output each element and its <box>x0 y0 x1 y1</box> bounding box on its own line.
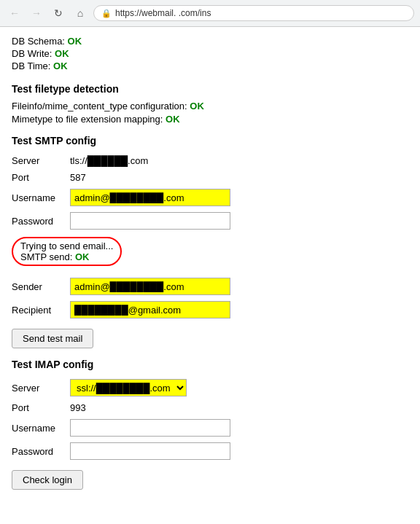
smtp-server-value: tls://██████.com <box>70 155 148 166</box>
db-schema-label: DB Schema: <box>12 36 65 47</box>
db-write-status: DB Write: OK <box>12 48 408 59</box>
smtp-status-line1: Trying to send email... <box>20 241 113 251</box>
smtp-sender-input[interactable] <box>70 278 230 295</box>
smtp-recipient-input[interactable] <box>70 301 230 318</box>
smtp-section-title: Test SMTP config <box>12 135 408 146</box>
db-time-value: OK <box>53 60 68 71</box>
imap-port-label: Port <box>12 399 70 416</box>
smtp-send-value: OK <box>75 251 90 262</box>
db-schema-status: DB Schema: OK <box>12 36 408 47</box>
imap-password-row: Password <box>12 439 408 463</box>
db-time-label: DB Time: <box>12 60 50 71</box>
db-time-status: DB Time: OK <box>12 60 408 71</box>
check-login-button[interactable]: Check login <box>12 470 83 490</box>
smtp-port-row: Port 587 <box>12 169 408 186</box>
imap-port-value: 993 <box>70 402 86 413</box>
forward-button[interactable]: → <box>28 4 45 22</box>
smtp-port-value: 587 <box>70 172 86 183</box>
filetype-line1-label: Fileinfo/mime_content_type configuration… <box>12 101 187 112</box>
filetype-line2-label: Mimetype to file extension mapping: <box>12 114 163 125</box>
filetype-section-title: Test filetype detection <box>12 83 408 95</box>
filetype-line2: Mimetype to file extension mapping: OK <box>12 114 408 125</box>
smtp-password-input[interactable] <box>70 212 230 230</box>
filetype-line1: Fileinfo/mime_content_type configuration… <box>12 101 408 112</box>
smtp-recipient-label: Recipient <box>12 298 70 321</box>
smtp-password-label: Password <box>12 209 70 232</box>
smtp-sender-form: Sender Recipient <box>12 275 408 321</box>
smtp-sender-row: Sender <box>12 275 408 298</box>
smtp-status-line2: SMTP send: OK <box>20 251 113 262</box>
page-content: DB Schema: OK DB Write: OK DB Time: OK T… <box>0 27 420 498</box>
smtp-form: Server tls://██████.com Port 587 Usernam… <box>12 152 408 232</box>
smtp-send-label: SMTP send: <box>20 251 72 262</box>
imap-port-row: Port 993 <box>12 399 408 416</box>
imap-password-input[interactable] <box>70 442 230 460</box>
imap-section-title: Test IMAP config <box>12 359 408 370</box>
back-button[interactable]: ← <box>6 4 23 22</box>
db-schema-value: OK <box>68 36 82 47</box>
smtp-server-row: Server tls://██████.com <box>12 152 408 169</box>
smtp-username-label: Username <box>12 186 70 209</box>
smtp-port-label: Port <box>12 169 70 186</box>
imap-form: Server ssl://████████.com Port 993 Usern… <box>12 376 408 463</box>
imap-server-row: Server ssl://████████.com <box>12 376 408 399</box>
smtp-status-box: Trying to send email... SMTP send: OK <box>12 237 122 266</box>
smtp-server-label: Server <box>12 152 70 169</box>
url-text: https://webmail. .com/ins <box>115 8 406 18</box>
reload-button[interactable]: ↻ <box>50 4 67 22</box>
filetype-line1-value: OK <box>190 101 204 112</box>
imap-username-label: Username <box>12 416 70 439</box>
smtp-sender-label: Sender <box>12 275 70 298</box>
filetype-line2-value: OK <box>166 114 180 125</box>
smtp-password-row: Password <box>12 209 408 232</box>
imap-password-label: Password <box>12 439 70 463</box>
imap-server-select[interactable]: ssl://████████.com <box>70 379 187 396</box>
db-write-value: OK <box>55 48 69 59</box>
address-bar: 🔒 https://webmail. .com/ins <box>93 5 414 21</box>
imap-server-label: Server <box>12 376 70 399</box>
imap-username-row: Username <box>12 416 408 439</box>
smtp-username-input[interactable] <box>70 189 230 206</box>
db-write-label: DB Write: <box>12 48 52 59</box>
security-icon: 🔒 <box>101 9 112 18</box>
home-button[interactable]: ⌂ <box>71 4 89 22</box>
browser-toolbar: ← → ↻ ⌂ 🔒 https://webmail. .com/ins <box>0 0 420 27</box>
smtp-recipient-row: Recipient <box>12 298 408 321</box>
imap-username-input[interactable] <box>70 419 230 437</box>
send-test-mail-button[interactable]: Send test mail <box>12 329 93 348</box>
smtp-username-row: Username <box>12 186 408 209</box>
